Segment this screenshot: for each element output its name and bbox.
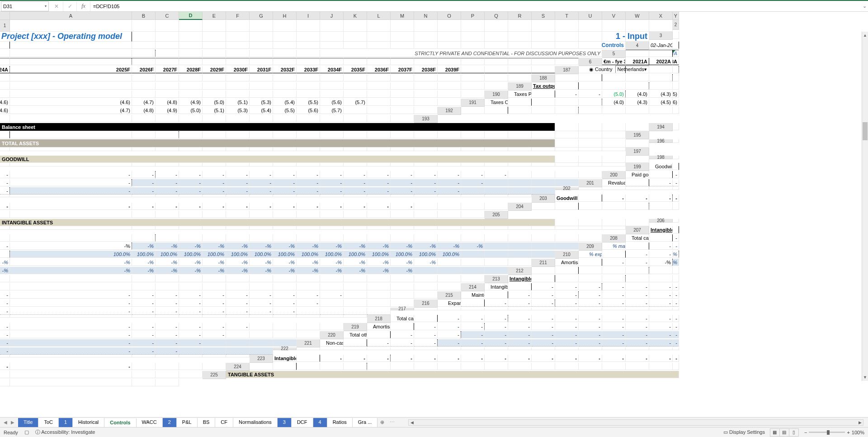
cell-r1-18[interactable] xyxy=(532,20,555,32)
cell-B4[interactable]: 02-Jan-2025 xyxy=(649,42,673,49)
cell-D207[interactable] xyxy=(0,234,10,242)
cell-r187-21[interactable] xyxy=(485,74,508,81)
cell-Y221[interactable] xyxy=(250,347,273,355)
cell-r198-12[interactable] xyxy=(344,163,367,166)
cell-r206-9[interactable] xyxy=(273,226,297,230)
cell-r198-3[interactable] xyxy=(132,163,156,166)
cell-r5-9[interactable] xyxy=(250,58,273,65)
cell-r5-8[interactable] xyxy=(226,58,250,65)
cell-L223[interactable]: - xyxy=(508,355,532,362)
cell-X190[interactable] xyxy=(414,99,438,106)
cell-D204[interactable] xyxy=(579,203,602,210)
cell-K203[interactable]: - xyxy=(156,203,179,210)
cell-S200[interactable]: - xyxy=(414,179,438,186)
cell-P194[interactable] xyxy=(391,131,414,138)
year-header-15[interactable]: 2036F xyxy=(367,66,391,73)
cell-M219[interactable]: - xyxy=(626,323,649,330)
cell-U190[interactable]: (5.7) xyxy=(344,99,367,106)
cell-S219[interactable]: - xyxy=(156,331,179,338)
col-header-G[interactable]: G xyxy=(250,12,273,20)
cell-M191[interactable]: (4.8) xyxy=(132,107,156,114)
cell-r222-15[interactable] xyxy=(649,347,673,350)
cell-I188[interactable] xyxy=(10,82,132,90)
cell-G192[interactable] xyxy=(579,107,602,114)
cell-T211[interactable]: -% xyxy=(367,267,391,274)
cell-K210[interactable]: -% xyxy=(179,259,203,266)
cell-J192[interactable] xyxy=(649,107,673,114)
cell-V213[interactable] xyxy=(367,283,391,290)
cell-S221[interactable]: - xyxy=(10,347,132,355)
cell-J219[interactable]: - xyxy=(555,323,579,330)
cell-L224[interactable] xyxy=(485,363,508,370)
cell-E203[interactable]: - xyxy=(626,195,649,202)
cell-r1-6[interactable] xyxy=(250,20,273,32)
cell-U214[interactable]: - xyxy=(320,291,344,299)
col-header-U[interactable]: U xyxy=(579,12,602,20)
cell-r197-pad-2[interactable] xyxy=(602,156,626,163)
cell-r217-14[interactable] xyxy=(132,315,156,318)
cell-O194[interactable] xyxy=(367,131,391,138)
row-header-210[interactable]: 210 xyxy=(555,251,579,259)
year-header-9[interactable]: 2030F xyxy=(226,66,250,73)
row-header-208[interactable]: 208 xyxy=(602,234,626,242)
cell-U210[interactable]: -% xyxy=(414,259,438,266)
cell-U188[interactable] xyxy=(391,82,414,90)
cell-V194[interactable] xyxy=(532,131,555,138)
cell-I220[interactable]: - xyxy=(508,331,532,338)
cell-r3-4[interactable] xyxy=(179,42,203,49)
cell-H214[interactable]: - xyxy=(626,283,649,290)
cell-V221[interactable] xyxy=(179,347,203,355)
cell-C215[interactable] xyxy=(485,291,508,299)
cell-F190[interactable]: (5.0) xyxy=(602,90,626,98)
cell-J189[interactable] xyxy=(10,90,132,98)
cell-O214[interactable]: - xyxy=(179,291,203,299)
cell-R224[interactable] xyxy=(626,363,649,370)
cell-S218[interactable]: - xyxy=(179,323,203,330)
cell-Y212[interactable] xyxy=(461,275,485,282)
cell-r1-4[interactable] xyxy=(203,20,226,32)
year-header-20[interactable] xyxy=(485,66,508,73)
cell-X209[interactable] xyxy=(508,251,532,258)
cell-r196-12[interactable] xyxy=(344,147,367,151)
cell-X199[interactable] xyxy=(555,171,579,178)
cell-r5-0[interactable] xyxy=(649,50,673,57)
row-header-187[interactable]: 187 xyxy=(555,66,579,74)
cell-r202-5[interactable] xyxy=(0,195,10,197)
cell-D210[interactable]: - xyxy=(626,251,649,258)
cell-I219[interactable]: - xyxy=(532,323,555,330)
cell-r3-6[interactable] xyxy=(226,42,250,49)
cell-D223[interactable]: - xyxy=(320,355,344,362)
cell-r202-17[interactable] xyxy=(367,195,391,197)
cell-Q199[interactable]: - xyxy=(391,171,414,178)
cell-Y224[interactable] xyxy=(179,371,203,378)
cell-r5-4[interactable] xyxy=(132,58,156,65)
cell-r217-19[interactable] xyxy=(250,315,273,318)
cell-B207[interactable]: Intangible Assets drivers xyxy=(649,226,673,233)
cell-T224[interactable] xyxy=(673,363,679,370)
cell-r222-7[interactable] xyxy=(461,347,485,350)
cell-J194[interactable] xyxy=(250,131,273,138)
cell-r4-3[interactable] xyxy=(132,50,156,57)
cell-r193-pad-3[interactable] xyxy=(626,123,649,131)
row-header-194[interactable]: 194 xyxy=(649,123,673,131)
cell-M211[interactable]: -% xyxy=(203,267,226,274)
cell-S199[interactable]: - xyxy=(438,171,461,178)
cell-C214[interactable] xyxy=(508,283,532,290)
cell-D218[interactable]: - xyxy=(438,315,461,322)
cell-r202-3[interactable] xyxy=(649,187,673,190)
cell-r206-15[interactable] xyxy=(414,226,438,230)
cell-T221[interactable]: - xyxy=(132,347,156,355)
cell-M210[interactable]: -% xyxy=(226,259,250,266)
cell-r187-10[interactable] xyxy=(226,74,250,81)
cell-N224[interactable] xyxy=(532,363,555,370)
cell-H189[interactable] xyxy=(673,82,679,90)
cell-B213[interactable]: Intangible Assets output xyxy=(508,275,532,282)
cell-I201[interactable]: - xyxy=(156,187,179,195)
cell-T216[interactable]: - xyxy=(250,308,273,315)
cell-r196-11[interactable] xyxy=(320,147,344,151)
cell-r2-11[interactable] xyxy=(367,32,391,42)
cell-Y208[interactable] xyxy=(555,242,579,250)
cell-r198-15[interactable] xyxy=(414,163,438,166)
cell-V224[interactable] xyxy=(10,371,132,378)
cell-X212[interactable] xyxy=(438,275,461,282)
